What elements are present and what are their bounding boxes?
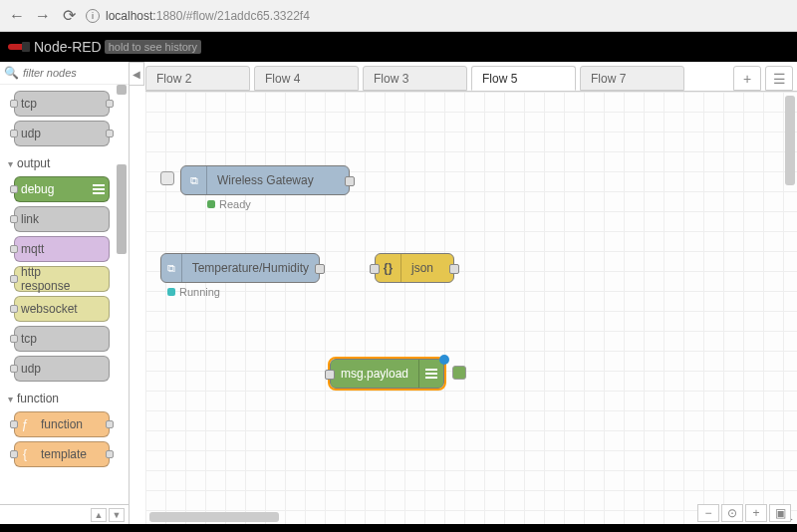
node-type-icon	[89, 237, 109, 261]
palette-filter: 🔍	[0, 62, 129, 85]
node-json[interactable]: {} json	[375, 253, 454, 283]
node-type-icon	[89, 327, 109, 351]
url-host: localhost:	[106, 9, 156, 23]
node-type-icon	[89, 207, 109, 231]
canvas-vscroll[interactable]	[785, 96, 795, 185]
palette-filter-input[interactable]	[23, 67, 113, 79]
palette-collapse-toggle[interactable]: ◀	[129, 62, 144, 86]
tab-flow-2[interactable]: Flow 2	[145, 66, 250, 91]
palette-node-mqtt[interactable]: mqtt	[14, 236, 110, 262]
workspace: Flow 2Flow 4Flow 3Flow 5Flow 7 + ☰ ⧉ Wir…	[145, 62, 797, 524]
deploy-hint: hold to see history	[105, 40, 201, 54]
palette-node-label: function	[35, 417, 109, 431]
palette-category-function[interactable]: ▾function	[2, 386, 129, 407]
palette-node-websocket[interactable]: websocket	[14, 296, 110, 322]
app-header: Node-RED hold to see history	[0, 32, 797, 62]
view-tools-tray: − ⊙ + ▣	[697, 504, 791, 524]
search-icon: 🔍	[4, 66, 19, 80]
gateway-inject-stub[interactable]	[160, 171, 174, 185]
node-type-icon	[89, 297, 109, 321]
browser-url-bar[interactable]: i localhost:1880/#flow/21addc65.3322f4	[86, 9, 789, 23]
node-status-gateway: Ready	[207, 198, 251, 210]
site-info-icon[interactable]: i	[86, 9, 100, 23]
add-tab-button[interactable]: +	[733, 66, 761, 91]
palette-node-label: udp	[15, 362, 89, 376]
browser-back[interactable]: ←	[8, 7, 26, 25]
palette-node-template[interactable]: {template	[14, 441, 110, 467]
status-dot-icon	[167, 288, 175, 296]
palette-node-function[interactable]: ƒfunction	[14, 411, 110, 437]
node-type-icon	[89, 357, 109, 381]
tab-flow-3[interactable]: Flow 3	[363, 66, 467, 91]
palette-node-label: debug	[15, 182, 89, 196]
tab-flow-7[interactable]: Flow 7	[580, 66, 684, 91]
chevron-down-icon: ▾	[8, 158, 13, 169]
palette-category-output[interactable]: ▾output	[2, 150, 129, 172]
node-debug[interactable]: msg.payload	[330, 359, 444, 389]
serial-icon: ⧉	[161, 254, 182, 282]
debug-toggle-button[interactable]	[452, 366, 466, 380]
node-output-port[interactable]	[315, 264, 325, 274]
node-type-icon: {	[15, 442, 35, 466]
palette-node-tcp[interactable]: tcp	[14, 326, 110, 352]
palette-node-link[interactable]: link	[14, 206, 110, 232]
palette-collapse-all[interactable]: ▲	[91, 508, 107, 522]
palette-node-label: tcp	[15, 97, 109, 111]
node-input-port[interactable]	[325, 370, 335, 380]
browser-chrome: ← → ⟳ i localhost:1880/#flow/21addc65.33…	[0, 0, 797, 32]
palette-node-debug[interactable]: debug	[14, 176, 110, 202]
palette-body: tcpudp▾outputdebuglinkmqtthttp responsew…	[0, 85, 129, 504]
palette-node-label: http response	[15, 265, 89, 293]
palette-footer: ▲ ▼	[0, 504, 129, 524]
tab-flow-4[interactable]: Flow 4	[254, 66, 359, 91]
serial-icon: ⧉	[181, 166, 207, 194]
url-rest: 1880/#flow/21addc65.3322f4	[156, 9, 310, 23]
nodered-logo-icon	[8, 43, 28, 51]
palette-node-label: websocket	[15, 302, 89, 316]
workspace-tabs: Flow 2Flow 4Flow 3Flow 5Flow 7 + ☰	[145, 62, 797, 92]
flow-canvas[interactable]: ⧉ Wireless Gateway Ready ⧉ Temperature/H…	[145, 92, 797, 524]
debug-icon	[418, 360, 443, 388]
node-changed-indicator-icon	[439, 355, 449, 365]
app-title: Node-RED	[34, 39, 102, 55]
palette-scrollbar[interactable]	[117, 85, 127, 504]
navigator-button[interactable]: ▣	[769, 504, 791, 522]
browser-reload[interactable]: ⟳	[60, 6, 78, 25]
palette-node-udp[interactable]: udp	[14, 356, 110, 382]
chevron-down-icon: ▾	[8, 394, 13, 404]
node-type-icon: ƒ	[15, 412, 35, 436]
browser-forward[interactable]: →	[34, 7, 52, 25]
palette-node-label: template	[35, 447, 109, 461]
tab-list-button[interactable]: ☰	[765, 66, 793, 91]
palette-node-udp[interactable]: udp	[14, 121, 110, 146]
tab-flow-5[interactable]: Flow 5	[471, 66, 576, 91]
node-output-port[interactable]	[449, 264, 459, 274]
status-dot-icon	[207, 200, 215, 208]
palette-node-tcp[interactable]: tcp	[14, 91, 110, 117]
node-temperature-humidity[interactable]: ⧉ Temperature/Humidity	[160, 253, 320, 283]
palette-expand-all[interactable]: ▼	[109, 508, 125, 522]
palette-node-label: mqtt	[15, 242, 89, 256]
bottom-bar	[0, 524, 797, 532]
node-status-th: Running	[167, 286, 220, 298]
palette-node-http-response[interactable]: http response	[14, 266, 110, 292]
palette-node-label: tcp	[15, 332, 89, 346]
node-input-port[interactable]	[370, 264, 380, 274]
palette-sidebar: ◀ 🔍 tcpudp▾outputdebuglinkmqtthttp respo…	[0, 62, 130, 524]
zoom-in-button[interactable]: +	[745, 504, 767, 522]
node-output-port[interactable]	[345, 176, 355, 186]
zoom-out-button[interactable]: −	[697, 504, 719, 522]
node-type-icon	[89, 267, 109, 291]
canvas-hscroll[interactable]	[149, 512, 279, 522]
node-wireless-gateway[interactable]: ⧉ Wireless Gateway	[180, 165, 350, 195]
zoom-reset-button[interactable]: ⊙	[721, 504, 743, 522]
node-type-icon	[89, 177, 109, 201]
palette-node-label: link	[15, 212, 89, 226]
palette-node-label: udp	[15, 127, 109, 140]
